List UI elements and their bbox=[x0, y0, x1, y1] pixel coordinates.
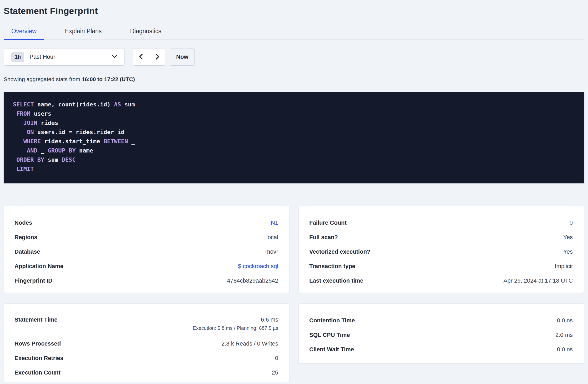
sql-keyword: AS bbox=[114, 101, 121, 108]
stat-value: 6.6 ms bbox=[261, 315, 278, 324]
sql-keyword: WHERE bbox=[23, 138, 41, 145]
time-range-badge: 1h bbox=[11, 52, 24, 62]
tab-diagnostics[interactable]: Diagnostics bbox=[122, 23, 169, 40]
statement-fingerprint-page: Statement Fingerprint OverviewExplain Pl… bbox=[0, 0, 588, 382]
time-controls: 1h Past Hour Now bbox=[4, 48, 584, 66]
stat-label: Rows Processed bbox=[14, 339, 61, 348]
statement-times-card: Statement Time6.6 msExecution: 5.8 ms / … bbox=[4, 303, 290, 382]
stat-row: Application Name$ cockroach sql bbox=[14, 259, 278, 273]
statement-details-card: NodesN1RegionslocalDatabasemovrApplicati… bbox=[4, 206, 290, 293]
sql-line: SELECT name, count(rides.id) AS sum bbox=[13, 100, 575, 109]
stat-row: Vectorized execution?Yes bbox=[309, 244, 573, 259]
stat-row: Client Wait Time0.0 ns bbox=[309, 342, 573, 357]
stat-label: Statement Time bbox=[14, 315, 57, 324]
stat-row: Contention Time0.0 ns bbox=[309, 313, 573, 328]
stat-value: 0 bbox=[275, 354, 278, 363]
sql-line: ON users.id = rides.rider_id bbox=[13, 127, 575, 137]
stat-row: Statement Time6.6 msExecution: 5.8 ms / … bbox=[14, 313, 278, 336]
sql-keyword: ON bbox=[27, 129, 34, 135]
sql-line: LIMIT _ bbox=[13, 164, 575, 174]
sql-identifier: rides.start_time bbox=[41, 138, 103, 145]
stat-row: Transaction typeImplicit bbox=[309, 259, 573, 273]
tab-bar: OverviewExplain PlansDiagnostics bbox=[4, 23, 584, 40]
sql-keyword: BETWEEN bbox=[103, 138, 128, 145]
sql-statement-box: SELECT name, count(rides.id) AS sum FROM… bbox=[4, 92, 584, 183]
sql-identifier: _ bbox=[37, 147, 48, 154]
sql-keyword: LIMIT bbox=[16, 166, 34, 172]
sql-line: ORDER BY sum DESC bbox=[13, 155, 575, 164]
stat-value: Implicit bbox=[555, 262, 573, 271]
cards-grid: NodesN1RegionslocalDatabasemovrApplicati… bbox=[4, 206, 584, 382]
stat-row: SQL CPU Time2.0 ms bbox=[309, 328, 573, 342]
stat-value: 25 bbox=[272, 368, 278, 377]
stat-label: Application Name bbox=[14, 262, 63, 271]
sql-identifier bbox=[13, 147, 27, 154]
stat-label: Transaction type bbox=[309, 262, 355, 271]
stat-value: Yes bbox=[563, 247, 573, 256]
sql-keyword: FROM bbox=[16, 110, 30, 117]
sql-identifier bbox=[13, 120, 23, 126]
sql-identifier: users.id = rides.rider_id bbox=[34, 129, 124, 135]
sql-identifier bbox=[13, 156, 16, 163]
chevron-down-icon bbox=[111, 54, 118, 60]
stats-line-prefix: Showing aggregated stats from bbox=[4, 76, 82, 82]
sql-keyword: ORDER BY bbox=[16, 156, 44, 163]
stats-line-range: 16:00 to 17:22 (UTC) bbox=[82, 76, 135, 82]
sql-identifier: _ bbox=[34, 166, 41, 172]
stat-label: Regions bbox=[14, 233, 37, 242]
stat-row: NodesN1 bbox=[14, 215, 278, 230]
stat-label: Nodes bbox=[14, 218, 32, 227]
stat-row: Last execution timeApr 29, 2024 at 17:18… bbox=[309, 273, 573, 288]
stat-value-stack: 6.6 msExecution: 5.8 ms / Planning: 687.… bbox=[193, 315, 278, 332]
sql-identifier: sum bbox=[44, 156, 62, 163]
sql-identifier: users bbox=[30, 110, 51, 117]
stat-value-link[interactable]: N1 bbox=[271, 218, 278, 227]
stat-row: Regionslocal bbox=[14, 230, 278, 244]
stat-label: Client Wait Time bbox=[309, 345, 354, 354]
sql-identifier bbox=[13, 129, 27, 135]
stat-value: 0.0 ns bbox=[557, 316, 573, 325]
time-range-label: Past Hour bbox=[29, 53, 55, 60]
stat-label: Full scan? bbox=[309, 233, 338, 242]
previous-time-range-button[interactable] bbox=[133, 48, 149, 65]
sql-identifier bbox=[13, 110, 16, 117]
stat-row: Failure Count0 bbox=[309, 215, 573, 230]
stat-subvalue: Execution: 5.8 ms / Planning: 687.5 µs bbox=[193, 324, 278, 332]
chevron-right-icon bbox=[154, 53, 161, 61]
sql-identifier: name, count(rides.id) bbox=[34, 101, 114, 108]
stat-label: SQL CPU Time bbox=[309, 331, 350, 339]
sql-identifier bbox=[13, 138, 23, 145]
execution-attributes-card: Failure Count0Full scan?YesVectorized ex… bbox=[298, 206, 584, 293]
sql-keyword: GROUP BY bbox=[48, 147, 76, 154]
stat-value: movr bbox=[265, 247, 278, 256]
stat-label: Execution Count bbox=[14, 368, 61, 377]
time-range-dropdown[interactable]: 1h Past Hour bbox=[4, 48, 125, 66]
stat-value: 2.0 ms bbox=[555, 331, 573, 339]
tab-overview[interactable]: Overview bbox=[4, 23, 44, 40]
stat-label: Fingerprint ID bbox=[14, 276, 52, 285]
stat-value: 0.0 ns bbox=[557, 345, 573, 354]
sql-keyword: DESC bbox=[62, 156, 76, 163]
stat-value: 4784cb829aab2542 bbox=[227, 276, 278, 285]
stat-row: Full scan?Yes bbox=[309, 230, 573, 244]
stat-value: Apr 29, 2024 at 17:18 UTC bbox=[504, 276, 573, 285]
sql-identifier: name bbox=[76, 147, 93, 154]
stat-value-link[interactable]: $ cockroach sql bbox=[238, 262, 278, 271]
tab-explain-plans[interactable]: Explain Plans bbox=[57, 23, 109, 40]
stat-row: Rows Processed2.3 k Reads / 0 Writes bbox=[14, 336, 278, 351]
now-button[interactable]: Now bbox=[170, 48, 195, 66]
stat-label: Database bbox=[14, 247, 40, 256]
sql-identifier: rides bbox=[37, 120, 58, 126]
time-range-arrows bbox=[133, 48, 166, 66]
sql-keyword: SELECT bbox=[13, 101, 34, 108]
page-title: Statement Fingerprint bbox=[4, 6, 584, 16]
stat-value: Yes bbox=[563, 233, 573, 242]
chevron-left-icon bbox=[138, 53, 144, 61]
next-time-range-button[interactable] bbox=[149, 48, 166, 65]
stat-label: Contention Time bbox=[309, 316, 355, 325]
sql-line: FROM users bbox=[13, 109, 575, 118]
stat-value: 0 bbox=[570, 218, 573, 227]
stat-row: Execution Count25 bbox=[14, 365, 278, 380]
aggregated-stats-line: Showing aggregated stats from 16:00 to 1… bbox=[4, 76, 584, 82]
sql-line: AND _ GROUP BY name bbox=[13, 146, 575, 155]
